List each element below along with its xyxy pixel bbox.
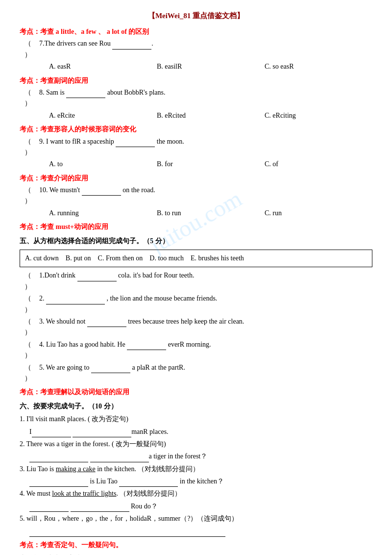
blank-s6-1a [32, 429, 71, 437]
question-9: （ ） 9. I want to flR a spaceship the moo… [20, 136, 372, 158]
red-point-6: 考点：考查理解以及动词短语的应用 [20, 387, 372, 398]
header-title: 【MeiWei_81 重点借鉴文档】 [20, 10, 372, 22]
blank-s6-4a [29, 504, 69, 512]
s6-q1-answer: I manR places. [20, 427, 372, 437]
section5-header: 五、从方框内选择合适的词组完成句子。（5 分） [20, 236, 372, 247]
question-s5-1: （ ） 1.Don't drink cola. it's bad for Rou… [20, 270, 372, 292]
s6-q3-answer: is Liu Tao in the kitchen？ [20, 476, 372, 487]
red-point-1: 考点：考查 a little、a few 、 a lot of 的区别 [20, 26, 372, 37]
s6-q3-prompt: 3. Liu Tao is making a cake in the kitch… [20, 464, 372, 475]
red-point-4: 考点：考查介词的应用 [20, 173, 372, 184]
s6-q5-prompt: 5. will，Rou，where，go，the，for，holidaR，sum… [20, 513, 372, 524]
section6-header: 六、按要求完成句子。（10 分） [20, 401, 372, 412]
blank-s5-3 [87, 319, 126, 327]
blank-10 [82, 188, 121, 196]
blank-s5-4 [127, 342, 166, 350]
red-point-3: 考点：考查形容人的时候形容词的变化 [20, 124, 372, 135]
red-point-2: 考点：考查副词的应用 [20, 76, 372, 86]
question-s5-4: （ ） 4. Liu Tao has a good habit. He ever… [20, 339, 372, 361]
blank-s5-5 [91, 365, 130, 373]
s6-q4-answer: Rou do？ [20, 501, 372, 512]
blank-s5-2 [46, 297, 105, 304]
s6-q1-prompt: 1. I'll visit manR places. ( 改为否定句) [20, 414, 372, 425]
question-s5-2: （ ） 2. , the lion and the mouse became f… [20, 293, 372, 315]
blank-s6-3b [119, 479, 178, 487]
question-7: （ ） 7.The drivers can see Rou . [20, 38, 372, 60]
s6-q2-prompt: 2. There was a tiger in the forest. ( 改为… [20, 439, 372, 450]
s6-q4-prompt: 4. We must look at the traffic lights. （… [20, 488, 372, 499]
question-s5-5: （ ） 5. We are going to a plaR at the par… [20, 362, 372, 384]
s6-q2-answer: a tiger in the forest？ [20, 451, 372, 462]
blank-s6-2b [90, 454, 149, 462]
options-10: A. running B. to run C. run [20, 208, 372, 219]
red-point-5: 考点：考查 must+动词的应用 [20, 222, 372, 232]
word-box: A. cut down B. put on C. From then on D.… [20, 250, 372, 267]
options-7: A. easR B. easilR C. so easR [20, 61, 372, 72]
blank-s6-3a [29, 479, 88, 487]
blank-8 [66, 90, 105, 98]
blank-s5-1 [77, 274, 117, 281]
blank-s6-2a [29, 454, 88, 462]
question-10: （ ） 10. We mustn't on the road. [20, 185, 372, 207]
question-8: （ ） 8. Sam is about BobbR's plans. [20, 87, 372, 109]
blank-9 [116, 139, 155, 147]
blank-s6-1b [73, 429, 131, 437]
options-9: A. to B. for C. of [20, 159, 372, 170]
paren-7: （ ） [24, 38, 39, 60]
blank-s6-4b [71, 504, 129, 512]
s6-q5-answer [20, 526, 372, 537]
question-s5-3: （ ） 3. We should not trees because trees… [20, 316, 372, 338]
blank-7 [112, 42, 151, 50]
red-point-7: 考点：考查否定句、一般疑问句。 [20, 540, 372, 551]
options-8: A. eRcite B. eRcited C. eRciting [20, 110, 372, 121]
blank-s6-5a [29, 529, 225, 537]
